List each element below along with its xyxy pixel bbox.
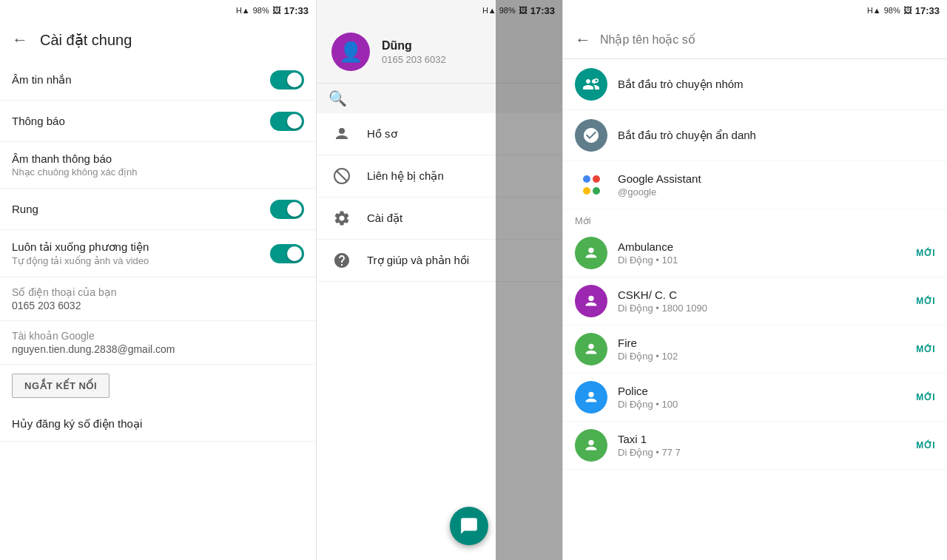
- huy-row[interactable]: Hủy đăng ký số điện thoại: [0, 407, 316, 442]
- tro-giup-icon: [331, 250, 352, 271]
- signal-icon: H▲: [236, 6, 250, 15]
- phone-info-section: Số điện thoại của bạn 0165 203 6032: [0, 277, 316, 321]
- setting-label-2: Âm thanh thông báo: [12, 152, 304, 165]
- start-anon-label: Bắt đầu trò chuyện ẩn danh: [618, 129, 756, 142]
- setting-row-rung[interactable]: Rung: [0, 189, 316, 230]
- toggle-thong-bao[interactable]: [270, 112, 304, 131]
- setting-label-4: Luôn tải xuống phương tiện: [12, 240, 270, 254]
- image-icon-p2: 🖼: [519, 5, 528, 16]
- search-icon-p2[interactable]: 🔍: [328, 90, 347, 107]
- status-bar-p2: H▲ 98% 🖼 17:33: [317, 0, 562, 21]
- ho-so-icon: [331, 124, 352, 144]
- battery-pct-p1: 98%: [253, 6, 269, 15]
- status-bar-p3: H▲ 98% 🖼 17:33: [563, 0, 947, 21]
- contact-cskh[interactable]: CSKH/ C. C Di Động • 1800 1090 MỚI: [563, 277, 947, 325]
- toggle-tai-xuong[interactable]: [270, 244, 304, 263]
- taxi-name: Taxi 1: [618, 433, 906, 445]
- user-info: Dũng 0165 203 6032: [382, 39, 446, 65]
- user-name: Dũng: [382, 39, 446, 53]
- svg-point-9: [588, 392, 593, 397]
- setting-row-tai-xuong[interactable]: Luôn tải xuống phương tiện Tự động tải x…: [0, 230, 316, 277]
- cskh-badge: MỚI: [916, 296, 935, 306]
- ambulance-avatar: [575, 237, 607, 269]
- fire-name: Fire: [618, 337, 906, 349]
- lien-he-icon: [331, 166, 352, 186]
- fire-badge: MỚI: [916, 344, 935, 354]
- cskh-name: CSKH/ C. C: [618, 289, 906, 301]
- cai-dat-icon: [331, 208, 352, 229]
- start-group-chat-item[interactable]: Bắt đầu trò chuyện nhóm: [563, 59, 947, 110]
- google-assistant-sub: @google: [618, 186, 935, 198]
- user-phone: 0165 203 6032: [382, 54, 446, 65]
- svg-point-8: [588, 344, 593, 349]
- contact-fire[interactable]: Fire Di Động • 102 MỚI: [563, 325, 947, 374]
- image-icon-p3: 🖼: [903, 5, 912, 16]
- svg-point-7: [588, 296, 593, 301]
- time-p3: 17:33: [915, 5, 940, 16]
- user-avatar: 👤: [331, 33, 370, 71]
- ambulance-badge: MỚI: [916, 248, 935, 258]
- svg-line-2: [337, 171, 347, 181]
- cai-dat-label: Cài đặt: [367, 212, 402, 225]
- anon-chat-icon: [575, 119, 607, 152]
- group-chat-icon: [575, 68, 607, 101]
- drawer-search-bar[interactable]: 🔍: [317, 84, 562, 113]
- setting-label-0: Âm tin nhắn: [12, 73, 270, 87]
- police-badge: MỚI: [916, 392, 935, 402]
- contact-taxi[interactable]: Taxi 1 Di Động • 77 7 MỚI: [563, 422, 947, 470]
- setting-row-am-thanh[interactable]: Âm thanh thông báo Nhạc chuông không xác…: [0, 142, 316, 189]
- google-label: Tài khoản Google: [12, 330, 304, 342]
- lien-he-label: Liên hệ bị chặn: [367, 169, 444, 183]
- signal-icon-p3: H▲: [867, 6, 881, 15]
- fire-sub: Di Động • 102: [618, 351, 906, 362]
- phone-value: 0165 203 6032: [12, 300, 304, 311]
- svg-point-6: [588, 248, 593, 253]
- start-group-label: Bắt đầu trò chuyện nhóm: [618, 78, 744, 91]
- contact-search-header: ←: [563, 21, 947, 59]
- contact-ambulance[interactable]: Ambulance Di Động • 101 MỚI: [563, 229, 947, 277]
- police-avatar: [575, 381, 607, 414]
- cskh-avatar: [575, 285, 607, 317]
- setting-sublabel-4: Tự động tải xuống ảnh và video: [12, 255, 270, 266]
- ho-so-label: Hồ sơ: [367, 127, 397, 141]
- taxi-avatar: [575, 429, 607, 462]
- ambulance-sub: Di Động • 101: [618, 254, 906, 266]
- setting-row-am-tin-nhan[interactable]: Âm tin nhắn: [0, 59, 316, 101]
- time-p1: 17:33: [284, 5, 309, 16]
- police-sub: Di Động • 100: [618, 399, 906, 410]
- police-name: Police: [618, 385, 906, 397]
- contact-police[interactable]: Police Di Động • 100 MỚI: [563, 374, 947, 422]
- start-anon-chat-item[interactable]: Bắt đầu trò chuyện ẩn danh: [563, 110, 947, 161]
- setting-label-1: Thông báo: [12, 115, 270, 127]
- setting-row-thong-bao[interactable]: Thông báo: [0, 101, 316, 142]
- taxi-sub: Di Động • 77 7: [618, 447, 906, 458]
- signal-icon-p2: H▲: [482, 6, 496, 15]
- google-assistant-icon: [575, 169, 607, 201]
- tro-giup-label: Trợ giúp và phản hồi: [367, 254, 469, 267]
- fab-chat-button[interactable]: [450, 507, 488, 545]
- battery-pct-p2: 98%: [499, 6, 516, 15]
- back-button-p3[interactable]: ←: [575, 30, 591, 50]
- image-icon-p1: 🖼: [272, 5, 281, 16]
- toggle-am-tin-nhan[interactable]: [270, 70, 304, 90]
- setting-label-3: Rung: [12, 203, 270, 215]
- avatar-icon: 👤: [339, 41, 363, 64]
- drawer-item-cai-dat[interactable]: Cài đặt: [317, 198, 562, 240]
- back-button-p1[interactable]: ←: [12, 30, 28, 50]
- toggle-rung[interactable]: [270, 200, 304, 219]
- drawer-item-lien-he[interactable]: Liên hệ bị chặn: [317, 155, 562, 198]
- status-bar-p1: H▲ 98% 🖼 17:33: [0, 0, 316, 21]
- search-input[interactable]: [600, 33, 935, 47]
- drawer-panel: H▲ 98% 🖼 17:33 👤 Dũng 0165 203 6032 🔍 Hồ…: [317, 0, 563, 560]
- drawer-user-header[interactable]: 👤 Dũng 0165 203 6032: [317, 21, 562, 84]
- time-p2: 17:33: [530, 5, 555, 16]
- drawer-item-tro-giup[interactable]: Trợ giúp và phản hồi: [317, 240, 562, 282]
- svg-point-10: [588, 440, 593, 445]
- cskh-sub: Di Động • 1800 1090: [618, 303, 906, 314]
- google-assistant-item[interactable]: Google Assistant @google: [563, 161, 947, 209]
- disconnect-button[interactable]: NGẮT KẾT NỐI: [12, 374, 109, 398]
- taxi-badge: MỚI: [916, 440, 935, 451]
- ambulance-name: Ambulance: [618, 240, 906, 253]
- drawer-item-ho-so[interactable]: Hồ sơ: [317, 113, 562, 155]
- google-assistant-name: Google Assistant: [618, 172, 935, 185]
